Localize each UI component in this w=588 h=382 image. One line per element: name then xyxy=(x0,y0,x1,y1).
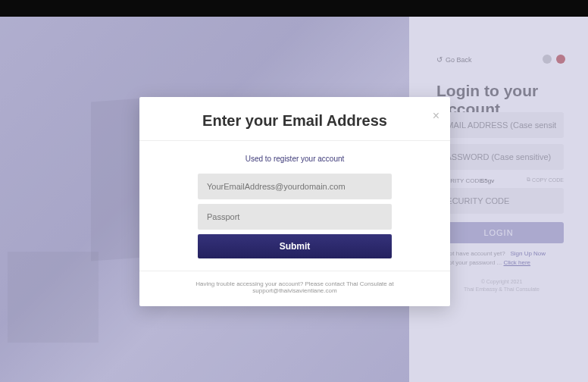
window-top-bar xyxy=(0,0,588,17)
modal-passport-field[interactable] xyxy=(198,204,392,230)
modal-email-field[interactable] xyxy=(198,174,392,199)
modal-footer: Having trouble accessing your account? P… xyxy=(139,271,450,306)
modal-header: Enter your Email Address × xyxy=(139,97,450,141)
modal-footer-text: Having trouble accessing your account? P… xyxy=(158,280,432,294)
modal-title: Enter your Email Address xyxy=(153,112,436,130)
modal-close-button[interactable]: × xyxy=(433,109,439,123)
modal-body: Used to register your account Submit xyxy=(139,141,450,271)
modal-info-text: Used to register your account xyxy=(185,155,405,163)
close-icon: × xyxy=(433,109,439,122)
modal-submit-button[interactable]: Submit xyxy=(198,234,392,258)
forgot-password-modal: Enter your Email Address × Used to regis… xyxy=(139,97,450,306)
